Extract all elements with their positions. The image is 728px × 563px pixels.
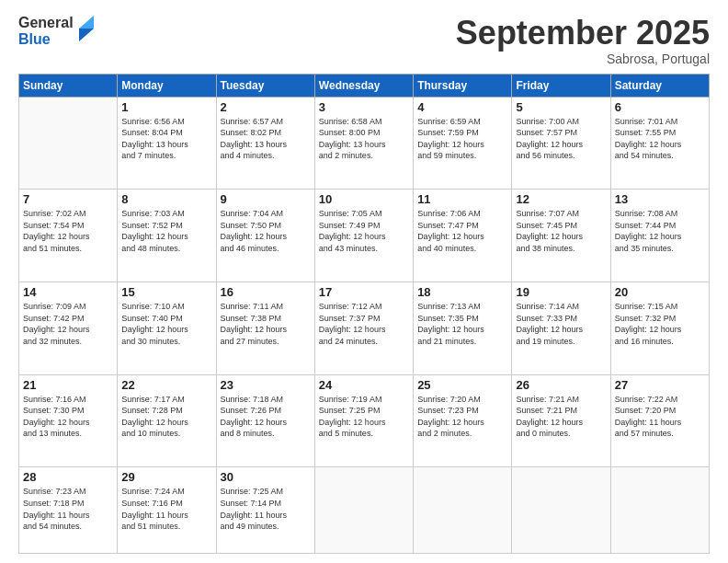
- calendar-cell: 8Sunrise: 7:03 AMSunset: 7:52 PMDaylight…: [118, 190, 216, 282]
- day-info: Sunrise: 7:08 AMSunset: 7:44 PMDaylight:…: [615, 208, 705, 254]
- day-number: 23: [221, 378, 311, 392]
- day-number: 18: [417, 285, 507, 299]
- day-number: 2: [221, 100, 311, 114]
- weekday-monday: Monday: [118, 74, 216, 97]
- calendar-cell: 21Sunrise: 7:16 AMSunset: 7:30 PMDayligh…: [19, 374, 118, 467]
- calendar-cell: 29Sunrise: 7:24 AMSunset: 7:16 PMDayligh…: [118, 467, 216, 554]
- calendar-cell: [314, 467, 413, 554]
- day-number: 20: [615, 285, 705, 299]
- calendar-cell: 24Sunrise: 7:19 AMSunset: 7:25 PMDayligh…: [314, 374, 413, 467]
- calendar-cell: 2Sunrise: 6:57 AMSunset: 8:02 PMDaylight…: [216, 97, 314, 190]
- weekday-sunday: Sunday: [19, 74, 118, 97]
- calendar-cell: [19, 97, 118, 190]
- logo-blue: Blue: [18, 31, 74, 48]
- day-info: Sunrise: 7:17 AMSunset: 7:28 PMDaylight:…: [121, 394, 211, 440]
- day-info: Sunrise: 7:04 AMSunset: 7:50 PMDaylight:…: [221, 208, 311, 254]
- day-number: 19: [516, 285, 606, 299]
- calendar-cell: 30Sunrise: 7:25 AMSunset: 7:14 PMDayligh…: [216, 467, 314, 554]
- calendar-week-4: 21Sunrise: 7:16 AMSunset: 7:30 PMDayligh…: [19, 374, 710, 467]
- day-number: 29: [121, 470, 211, 484]
- calendar-cell: 11Sunrise: 7:06 AMSunset: 7:47 PMDayligh…: [414, 190, 512, 282]
- calendar-cell: 15Sunrise: 7:10 AMSunset: 7:40 PMDayligh…: [118, 282, 216, 374]
- calendar-cell: 25Sunrise: 7:20 AMSunset: 7:23 PMDayligh…: [414, 374, 512, 467]
- day-number: 21: [23, 378, 113, 392]
- calendar-week-1: 1Sunrise: 6:56 AMSunset: 8:04 PMDaylight…: [19, 97, 710, 190]
- day-info: Sunrise: 7:23 AMSunset: 7:18 PMDaylight:…: [23, 486, 113, 532]
- calendar-cell: 7Sunrise: 7:02 AMSunset: 7:54 PMDaylight…: [19, 190, 118, 282]
- day-number: 12: [516, 192, 606, 206]
- day-info: Sunrise: 7:13 AMSunset: 7:35 PMDaylight:…: [417, 301, 507, 347]
- day-info: Sunrise: 7:24 AMSunset: 7:16 PMDaylight:…: [121, 486, 211, 532]
- day-number: 6: [615, 100, 705, 114]
- calendar-cell: 26Sunrise: 7:21 AMSunset: 7:21 PMDayligh…: [512, 374, 610, 467]
- day-info: Sunrise: 6:58 AMSunset: 8:00 PMDaylight:…: [319, 116, 409, 162]
- day-number: 3: [319, 100, 409, 114]
- day-number: 15: [121, 285, 211, 299]
- day-info: Sunrise: 7:10 AMSunset: 7:40 PMDaylight:…: [121, 301, 211, 347]
- calendar-cell: 20Sunrise: 7:15 AMSunset: 7:32 PMDayligh…: [610, 282, 709, 374]
- calendar-cell: 9Sunrise: 7:04 AMSunset: 7:50 PMDaylight…: [216, 190, 314, 282]
- calendar-week-3: 14Sunrise: 7:09 AMSunset: 7:42 PMDayligh…: [19, 282, 710, 374]
- day-info: Sunrise: 6:57 AMSunset: 8:02 PMDaylight:…: [221, 116, 311, 162]
- day-info: Sunrise: 7:25 AMSunset: 7:14 PMDaylight:…: [221, 486, 311, 532]
- calendar-cell: [610, 467, 709, 554]
- day-number: 28: [23, 470, 113, 484]
- month-title: September 2025: [456, 15, 710, 52]
- svg-marker-0: [79, 29, 94, 41]
- day-number: 17: [319, 285, 409, 299]
- calendar-cell: 16Sunrise: 7:11 AMSunset: 7:38 PMDayligh…: [216, 282, 314, 374]
- day-info: Sunrise: 7:09 AMSunset: 7:42 PMDaylight:…: [23, 301, 113, 347]
- weekday-saturday: Saturday: [610, 74, 709, 97]
- calendar-cell: 3Sunrise: 6:58 AMSunset: 8:00 PMDaylight…: [314, 97, 413, 190]
- calendar-cell: 13Sunrise: 7:08 AMSunset: 7:44 PMDayligh…: [610, 190, 709, 282]
- day-number: 9: [221, 192, 311, 206]
- day-number: 22: [121, 378, 211, 392]
- calendar-cell: 17Sunrise: 7:12 AMSunset: 7:37 PMDayligh…: [314, 282, 413, 374]
- calendar-cell: 19Sunrise: 7:14 AMSunset: 7:33 PMDayligh…: [512, 282, 610, 374]
- logo-icon: [75, 16, 96, 43]
- day-number: 5: [516, 100, 606, 114]
- day-number: 13: [615, 192, 705, 206]
- day-info: Sunrise: 7:16 AMSunset: 7:30 PMDaylight:…: [23, 394, 113, 440]
- day-info: Sunrise: 7:02 AMSunset: 7:54 PMDaylight:…: [23, 208, 113, 254]
- day-number: 8: [121, 192, 211, 206]
- day-info: Sunrise: 7:19 AMSunset: 7:25 PMDaylight:…: [319, 394, 409, 440]
- day-number: 14: [23, 285, 113, 299]
- calendar-table: SundayMondayTuesdayWednesdayThursdayFrid…: [18, 74, 710, 554]
- calendar-week-2: 7Sunrise: 7:02 AMSunset: 7:54 PMDaylight…: [19, 190, 710, 282]
- calendar-week-5: 28Sunrise: 7:23 AMSunset: 7:18 PMDayligh…: [19, 467, 710, 554]
- day-info: Sunrise: 7:14 AMSunset: 7:33 PMDaylight:…: [516, 301, 606, 347]
- day-info: Sunrise: 6:56 AMSunset: 8:04 PMDaylight:…: [121, 116, 211, 162]
- day-number: 10: [319, 192, 409, 206]
- day-number: 4: [417, 100, 507, 114]
- weekday-header-row: SundayMondayTuesdayWednesdayThursdayFrid…: [19, 74, 710, 97]
- logo: General Blue: [18, 15, 96, 47]
- day-number: 30: [221, 470, 311, 484]
- calendar-cell: 27Sunrise: 7:22 AMSunset: 7:20 PMDayligh…: [610, 374, 709, 467]
- calendar-cell: 12Sunrise: 7:07 AMSunset: 7:45 PMDayligh…: [512, 190, 610, 282]
- day-number: 25: [417, 378, 507, 392]
- day-number: 7: [23, 192, 113, 206]
- calendar-cell: 5Sunrise: 7:00 AMSunset: 7:57 PMDaylight…: [512, 97, 610, 190]
- calendar-cell: 18Sunrise: 7:13 AMSunset: 7:35 PMDayligh…: [414, 282, 512, 374]
- calendar-cell: 14Sunrise: 7:09 AMSunset: 7:42 PMDayligh…: [19, 282, 118, 374]
- day-info: Sunrise: 7:11 AMSunset: 7:38 PMDaylight:…: [221, 301, 311, 347]
- calendar-cell: 4Sunrise: 6:59 AMSunset: 7:59 PMDaylight…: [414, 97, 512, 190]
- calendar-cell: 1Sunrise: 6:56 AMSunset: 8:04 PMDaylight…: [118, 97, 216, 190]
- day-info: Sunrise: 7:00 AMSunset: 7:57 PMDaylight:…: [516, 116, 606, 162]
- day-info: Sunrise: 7:15 AMSunset: 7:32 PMDaylight:…: [615, 301, 705, 347]
- day-info: Sunrise: 7:07 AMSunset: 7:45 PMDaylight:…: [516, 208, 606, 254]
- day-info: Sunrise: 6:59 AMSunset: 7:59 PMDaylight:…: [417, 116, 507, 162]
- weekday-wednesday: Wednesday: [314, 74, 413, 97]
- day-number: 27: [615, 378, 705, 392]
- weekday-friday: Friday: [512, 74, 610, 97]
- weekday-tuesday: Tuesday: [216, 74, 314, 97]
- calendar-cell: 6Sunrise: 7:01 AMSunset: 7:55 PMDaylight…: [610, 97, 709, 190]
- calendar-cell: 22Sunrise: 7:17 AMSunset: 7:28 PMDayligh…: [118, 374, 216, 467]
- header: General Blue September 2025 Sabrosa, Por…: [18, 15, 710, 66]
- location: Sabrosa, Portugal: [456, 52, 710, 66]
- day-info: Sunrise: 7:05 AMSunset: 7:49 PMDaylight:…: [319, 208, 409, 254]
- calendar-cell: [512, 467, 610, 554]
- day-number: 11: [417, 192, 507, 206]
- day-info: Sunrise: 7:01 AMSunset: 7:55 PMDaylight:…: [615, 116, 705, 162]
